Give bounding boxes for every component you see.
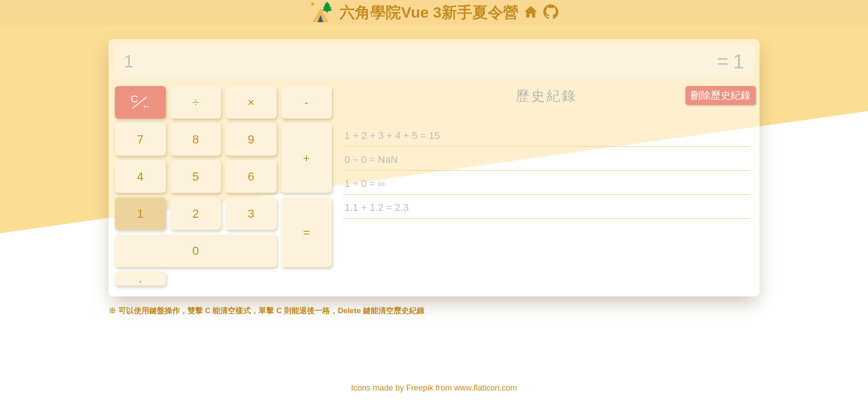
key-1[interactable]: 1 (115, 197, 166, 230)
key-8[interactable]: 8 (170, 123, 222, 156)
footer-credit: Icons made by Freepik from www.flaticon.… (0, 383, 868, 393)
history-item[interactable]: 0 ÷ 0 = NaN (343, 147, 750, 171)
key-9[interactable]: 9 (226, 123, 277, 156)
history-list: 1 + 2 + 3 + 4 + 5 = 15 0 ÷ 0 = NaN 1 ÷ 0… (343, 123, 750, 219)
history-panel: 歷史紀錄 刪除歷史紀錄 1 + 2 + 3 + 4 + 5 = 15 0 ÷ 0… (340, 86, 753, 286)
clear-history-button[interactable]: 刪除歷史紀錄 (685, 86, 756, 105)
key-2[interactable]: 2 (170, 197, 222, 230)
page-header: ☀ 🌲 六角學院Vue 3新手夏令營 (0, 0, 868, 25)
plus-button[interactable]: + (281, 123, 332, 193)
display-result: 1 (733, 50, 744, 73)
github-link[interactable] (543, 4, 558, 21)
history-item[interactable]: 1 ÷ 0 = ∞ (343, 171, 750, 195)
keypad: C ← ÷ × - 7 8 9 + 4 5 6 1 2 3 = 0 . (115, 86, 332, 286)
camp-logo: ☀ 🌲 (310, 3, 335, 22)
usage-note: ※ 可以使用鍵盤操作，雙擊 C 能清空樣式，單擊 C 則能退後一格，Delete… (108, 306, 760, 316)
page-title: 六角學院Vue 3新手夏令營 (340, 2, 518, 23)
clear-back-button[interactable]: C ← (115, 86, 166, 119)
key-dot[interactable]: . (115, 272, 166, 286)
calculator-panel: 1 = 1 C ← ÷ × - 7 8 9 + 4 5 6 (108, 39, 760, 296)
multiply-button[interactable]: × (226, 86, 277, 119)
back-arrow-icon: ← (142, 100, 151, 112)
home-link[interactable] (523, 4, 538, 21)
github-icon (543, 4, 558, 19)
key-3[interactable]: 3 (226, 197, 277, 230)
key-4[interactable]: 4 (115, 160, 166, 193)
key-5[interactable]: 5 (170, 160, 222, 193)
display: 1 = 1 (115, 45, 753, 78)
display-equals: = (717, 50, 729, 73)
key-0[interactable]: 0 (115, 234, 277, 267)
minus-button[interactable]: - (281, 86, 332, 119)
divide-button[interactable]: ÷ (170, 86, 222, 119)
key-7[interactable]: 7 (115, 123, 166, 156)
camp-icon: ☀ 🌲 (310, 3, 335, 22)
home-icon (523, 4, 538, 19)
history-item[interactable]: 1.1 + 1.2 = 2.3 (343, 195, 750, 219)
key-6[interactable]: 6 (226, 160, 277, 193)
display-expression: 1 (124, 52, 717, 72)
equals-button[interactable]: = (281, 197, 332, 267)
history-item[interactable]: 1 + 2 + 3 + 4 + 5 = 15 (343, 123, 750, 147)
